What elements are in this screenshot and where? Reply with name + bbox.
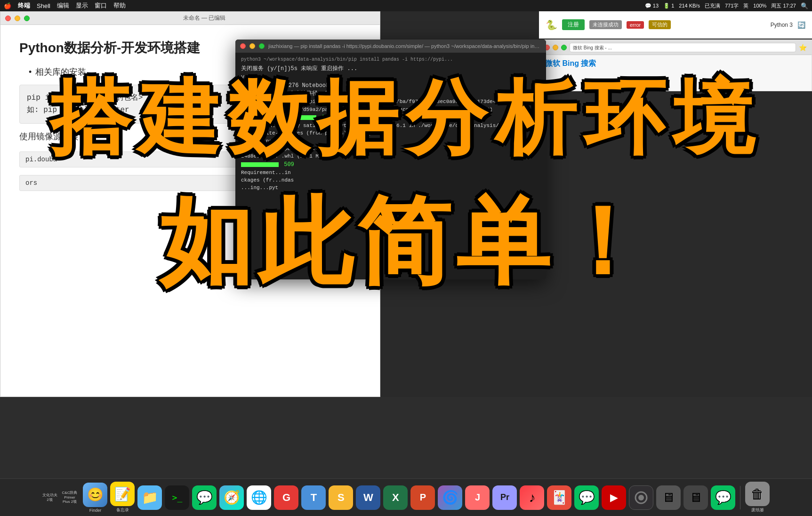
menubar-wechat: 💬 13 <box>645 3 659 9</box>
word-icon: W <box>356 485 380 510</box>
dock-item-obs[interactable] <box>629 485 653 510</box>
menubar-battery-pct: 100% <box>753 3 766 8</box>
dock-item-wechat3[interactable]: 💬 <box>711 485 735 510</box>
terminal-maximize-button[interactable] <box>259 43 265 49</box>
dock-item-trash[interactable]: 🗑 废纸篓 <box>745 482 770 513</box>
terminal-subtitle: python3 ~/workspace/data-analysis/bin/pi… <box>241 56 540 63</box>
terminal-body[interactable]: python3 ~/workspace/data-analysis/bin/pi… <box>235 53 546 279</box>
dock-item-cardgame[interactable]: 🃏 <box>547 485 571 510</box>
terminal-minimize-button[interactable] <box>249 43 255 49</box>
menubar-search-icon[interactable]: 🔍 <box>801 2 808 9</box>
term-line-13: 509 <box>241 161 540 169</box>
typora-icon: T <box>301 485 326 510</box>
trash-icon: 🗑 <box>745 482 770 506</box>
minimize-button[interactable] <box>15 16 20 21</box>
term-progress-text-2: 509 <box>284 161 294 168</box>
browser-min[interactable] <box>553 45 558 50</box>
dock-item-wechat[interactable]: 💬 <box>192 485 217 510</box>
browser-max[interactable] <box>561 45 567 50</box>
dock-item-premiere[interactable]: Pr <box>492 485 517 510</box>
dock-item-ppt[interactable]: P <box>410 485 435 510</box>
grammarly-icon: G <box>274 485 298 510</box>
dock-item-excel[interactable]: X <box>383 485 408 510</box>
files-icon: 📁 <box>137 485 162 510</box>
dock-divider <box>740 486 740 509</box>
term-line-15: ckages (fr...ndas <box>241 177 540 184</box>
term-line-14: Requirement...in <box>241 169 540 176</box>
menubar-view[interactable]: 显示 <box>76 1 88 10</box>
wechat-icon: 💬 <box>192 485 217 510</box>
browser-url-bar[interactable]: 微软 Bing 搜索 - ... <box>570 43 796 52</box>
dock-label-finder: Finder <box>89 508 102 513</box>
dock-label-trash: 废纸篓 <box>751 507 764 513</box>
browser-body: 微软 Bing 搜索 <box>539 55 812 72</box>
term-line-1: 关闭服务 (y/[n])5s 未响应 重启操作 ... <box>241 65 540 73</box>
dock-item-screen2[interactable]: 🖥 <box>683 485 708 510</box>
powerpoint-icon: P <box>410 485 435 510</box>
terminal-icon: >_ <box>165 485 189 510</box>
warn-badge: 可信的 <box>649 20 671 29</box>
dock-item-terminal[interactable]: >_ <box>165 485 189 510</box>
dock-label-primer: C&C辞典PrimerPlus 2项 <box>62 491 78 504</box>
apple-menu[interactable]: 🍎 <box>4 2 11 9</box>
connect-status-badge: 未连接成功 <box>589 20 622 29</box>
term-line-6: 7b4ed5dba492f362ba87d59a2/pandas-1.0.1-c… <box>241 106 540 113</box>
macos-icon: 🌀 <box>438 485 462 510</box>
menubar-shell[interactable]: Shell <box>37 2 50 9</box>
menubar: 🍎 终端 Shell 编辑 显示 窗口 帮助 💬 13 🔋 1 214 KB/s… <box>0 0 812 11</box>
dock-item-macos[interactable]: 🌀 <box>438 485 462 510</box>
term-line-2: y <box>241 73 540 81</box>
terminal-chrome: jiazhixiang — pip install pandas -i http… <box>235 40 546 53</box>
terminal-title: jiazhixiang — pip install pandas -i http… <box>268 43 541 49</box>
python-logo-icon: 🐍 <box>546 19 557 31</box>
dock-item-notes[interactable]: 📝 备忘录 <box>110 482 135 513</box>
left-window-chrome: 未命名 — 已编辑 <box>0 12 380 25</box>
dock-item-wechat2[interactable]: 💬 <box>574 485 599 510</box>
dock-item-grammarly[interactable]: G <box>274 485 298 510</box>
term-line-7: 9.8 MB 596 kB/s <box>241 114 540 122</box>
refresh-icon[interactable]: 🔄 <box>797 21 805 29</box>
bing-logo: 微软 Bing 搜索 <box>545 59 806 69</box>
menubar-help[interactable]: 帮助 <box>113 1 126 10</box>
cardgame-icon: 🃏 <box>547 485 571 510</box>
excel-icon: X <box>383 485 408 510</box>
sketch-icon: S <box>329 485 353 510</box>
dock-item-typora[interactable]: T <box>301 485 326 510</box>
menubar-input-lang[interactable]: 英 <box>743 2 748 9</box>
dock-left-label: 文化功夫2项 <box>42 493 57 502</box>
dock-item-word[interactable]: W <box>356 485 380 510</box>
dock-primer-label: C&C辞典PrimerPlus 2项 <box>62 491 78 504</box>
menubar-terminal[interactable]: 终端 <box>18 1 30 10</box>
bookmark-icon[interactable]: ⭐ <box>799 44 807 51</box>
browser-chrome: 微软 Bing 搜索 - ... ⭐ <box>539 40 812 55</box>
notebook-topbar: 🐍 注册 未连接成功 error 可信的 Python 3 🔄 <box>539 11 812 39</box>
terminal-window[interactable]: jiazhixiang — pip install pandas -i http… <box>235 40 546 279</box>
dock-item-music[interactable]: ♪ <box>520 485 544 510</box>
menubar-edit[interactable]: 编辑 <box>57 1 69 10</box>
dock-item-jetbrains[interactable]: J <box>465 485 490 510</box>
dock-label-left: 文化功夫2项 <box>42 493 57 502</box>
menubar-word-count: 771字 <box>725 2 739 9</box>
dock-item-sketch[interactable]: S <box>329 485 353 510</box>
maximize-button[interactable] <box>24 16 30 21</box>
dock-item-chrome[interactable]: 🌐 <box>247 485 271 510</box>
term-line-3: ^C[1 17:24:52.276 NotebookApp] 中断 <box>241 82 540 90</box>
finder-icon: 😊 <box>83 483 107 507</box>
menubar-right: 💬 13 🔋 1 214 KB/s 已充满 771字 英 100% 周五 17:… <box>645 2 808 9</box>
register-button[interactable]: 注册 <box>562 19 585 30</box>
term-line-8: Requirement already satisfied: python-da… <box>241 122 540 129</box>
dock-label-notes: 备忘录 <box>116 507 129 513</box>
dock-item-finder[interactable]: 😊 Finder <box>83 483 107 513</box>
term-line-5: Downloading https://pypi1.doubanio.com/p… <box>241 98 540 105</box>
dock-item-media[interactable]: ▶ <box>602 485 626 510</box>
error-badge: error <box>627 21 644 29</box>
terminal-close-button[interactable] <box>240 43 246 49</box>
close-button[interactable] <box>5 16 11 21</box>
dock-item-files[interactable]: 📁 <box>137 485 162 510</box>
dock-item-safari[interactable]: 🧭 <box>219 485 244 510</box>
menubar-window[interactable]: 窗口 <box>95 1 107 10</box>
dock-item-screen[interactable]: 🖥 <box>656 485 681 510</box>
music-icon: ♪ <box>520 485 544 510</box>
menubar-left: 🍎 终端 Shell 编辑 显示 窗口 帮助 <box>4 1 126 10</box>
screen2-icon: 🖥 <box>683 485 708 510</box>
